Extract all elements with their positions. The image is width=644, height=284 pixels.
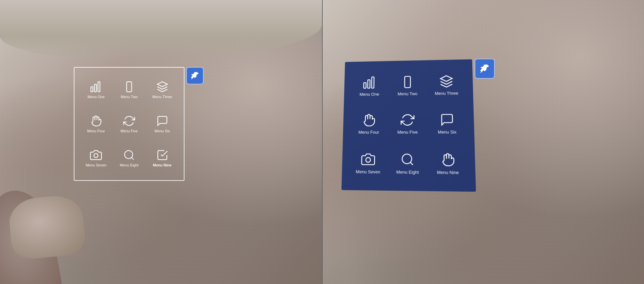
menu-item-one-filled[interactable]: Menu One — [352, 69, 387, 103]
svg-rect-10 — [368, 80, 370, 88]
couch-pillow — [8, 194, 87, 260]
svg-rect-0 — [91, 87, 93, 92]
menu-item-seven-filled[interactable]: Menu Seven — [350, 145, 386, 182]
menu-seven-label-outline: Menu Seven — [86, 163, 106, 167]
menu-item-five-filled[interactable]: Menu Five — [390, 106, 426, 142]
svg-point-15 — [402, 154, 412, 164]
svg-point-5 — [94, 154, 98, 158]
svg-line-16 — [410, 162, 413, 165]
menu-item-three-outline[interactable]: Menu Three — [147, 74, 177, 105]
svg-rect-1 — [95, 84, 97, 92]
menu-item-eight-filled[interactable]: Menu Eight — [389, 145, 426, 183]
svg-rect-11 — [372, 77, 374, 88]
menu-item-three-filled[interactable]: Menu Three — [428, 68, 465, 103]
svg-line-7 — [131, 157, 134, 160]
menu-item-nine-filled[interactable]: Menu Nine — [429, 145, 467, 183]
svg-point-6 — [124, 151, 132, 159]
menu-item-two-outline[interactable]: Menu Two — [114, 74, 144, 105]
menu-two-label-outline: Menu Two — [121, 95, 138, 99]
menu-eight-label-outline: Menu Eight — [120, 163, 139, 167]
right-panel: Menu One Menu Two Menu Three Menu Fou — [322, 0, 644, 284]
menu-item-seven-outline[interactable]: Menu Seven — [81, 143, 111, 173]
svg-rect-12 — [405, 76, 410, 88]
menu-one-label-filled: Menu One — [360, 92, 379, 97]
menu-six-label-filled: Menu Six — [438, 130, 457, 135]
menu-item-four-outline[interactable]: Menu Four — [81, 109, 111, 139]
menu-nine-label-outline: Menu Nine — [153, 163, 172, 167]
menu-seven-label-filled: Menu Seven — [356, 169, 380, 174]
svg-point-14 — [366, 157, 371, 162]
menu-nine-label-filled: Menu Nine — [437, 170, 459, 175]
menu-item-one-outline[interactable]: Menu One — [81, 74, 111, 105]
menu-six-label-outline: Menu Six — [155, 129, 170, 133]
menu-five-label-outline: Menu Five — [120, 129, 138, 133]
menu-three-label-outline: Menu Three — [152, 95, 172, 99]
menu-three-label-filled: Menu Three — [435, 91, 458, 96]
menu-eight-label-filled: Menu Eight — [396, 169, 419, 175]
panel-divider — [322, 0, 323, 284]
svg-rect-3 — [126, 82, 131, 92]
pin-button-left[interactable] — [186, 67, 204, 84]
menu-item-five-outline[interactable]: Menu Five — [114, 109, 144, 139]
menu-four-label-outline: Menu Four — [87, 129, 105, 133]
svg-rect-9 — [364, 83, 366, 88]
menu-item-six-filled[interactable]: Menu Six — [429, 106, 466, 142]
menu-item-two-filled[interactable]: Menu Two — [390, 68, 425, 103]
menu-five-label-filled: Menu Five — [397, 130, 418, 135]
pin-button-right[interactable] — [475, 59, 495, 79]
left-panel: Menu One Menu Two Menu Three Menu Fou — [0, 0, 322, 284]
menu-outline: Menu One Menu Two Menu Three Menu Fou — [74, 67, 184, 181]
menu-item-nine-outline[interactable]: Menu Nine — [147, 143, 177, 173]
svg-rect-2 — [98, 82, 100, 92]
menu-two-label-filled: Menu Two — [398, 91, 418, 96]
main-container: Menu One Menu Two Menu Three Menu Fou — [0, 0, 644, 284]
menu-four-label-filled: Menu Four — [358, 130, 379, 135]
menu-item-six-outline[interactable]: Menu Six — [147, 109, 177, 139]
menu-filled: Menu One Menu Two Menu Three Menu Fou — [341, 59, 476, 192]
menu-item-eight-outline[interactable]: Menu Eight — [114, 143, 144, 173]
menu-item-four-filled[interactable]: Menu Four — [351, 106, 386, 142]
menu-one-label-outline: Menu One — [88, 95, 105, 99]
couch-back — [0, 0, 322, 60]
